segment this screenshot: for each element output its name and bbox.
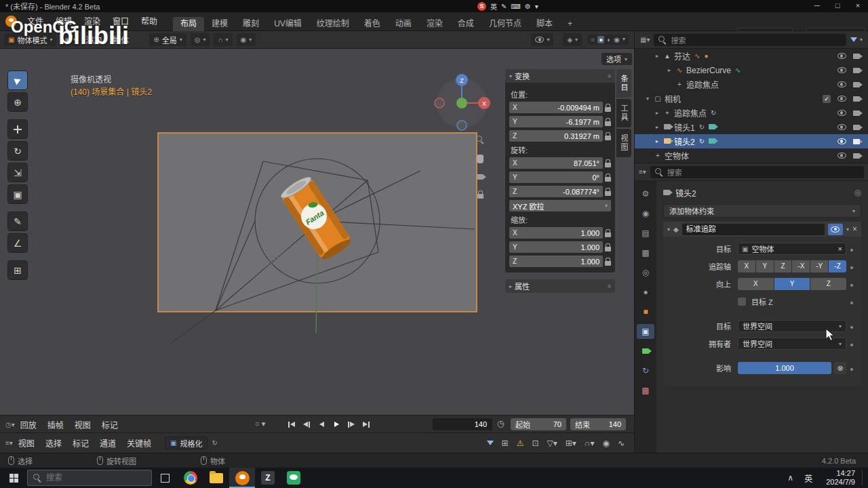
proportional-edit-dropdown[interactable]: ◉ ▾ — [237, 33, 256, 46]
scale-z-field[interactable]: Z1.000 — [509, 256, 603, 267]
clear-influence-button[interactable]: ⊗ — [834, 362, 846, 374]
location-z-field[interactable]: Z0.31927 m — [509, 130, 603, 142]
ime-toolbar[interactable]: S 英 ✎ ⌨ ⚙ ▾ — [477, 1, 538, 12]
eye-icon[interactable] — [837, 67, 846, 73]
eye-icon[interactable] — [837, 138, 846, 144]
menu-render[interactable]: 渲染 — [78, 12, 106, 31]
menu-edit[interactable]: 编辑 — [50, 12, 78, 31]
proportional-icon[interactable]: ◉ — [602, 439, 609, 448]
start-button[interactable] — [0, 468, 27, 488]
workspace-tab-layout[interactable]: 布局 — [173, 17, 204, 31]
dopesheet-menu-view[interactable]: 视图 — [13, 437, 40, 449]
target-object-field[interactable]: ▣ 空物体 × — [738, 243, 846, 255]
tool-select-button[interactable] — [7, 70, 28, 90]
axis-z-button[interactable]: Z — [774, 260, 792, 272]
eye-icon[interactable] — [837, 124, 846, 130]
show-desktop-divider[interactable] — [862, 470, 863, 485]
workspace-tab-shading[interactable]: 着色 — [357, 17, 388, 31]
task-view-button[interactable] — [152, 468, 178, 488]
outliner-row-fanta[interactable]: ▸▲ 芬达 ∿ ● — [635, 49, 868, 63]
ime-more-icon[interactable]: ▾ — [535, 3, 538, 10]
tray-expand-icon[interactable]: ∧ — [787, 473, 793, 483]
properties-editor-icon[interactable]: ≡▾ — [639, 168, 646, 176]
timeline-menu-keying[interactable]: 插帧 — [42, 419, 69, 430]
dopesheet-menu-markers[interactable]: 标记 — [67, 437, 94, 449]
camera-visibility-icon[interactable] — [853, 96, 860, 102]
lock-icon[interactable] — [605, 163, 611, 167]
tool-options-dropdown[interactable]: 选项 ▾ — [601, 53, 632, 65]
shading-material-icon[interactable]: ◐ — [607, 36, 611, 43]
tool-cursor-button[interactable]: ⊕ — [7, 92, 28, 112]
close-button[interactable]: × — [848, 0, 868, 12]
warning-icon[interactable]: ⚠ — [517, 439, 524, 448]
outliner-row-beziercurve[interactable]: ▸∿ BezierCurve ∿ — [635, 63, 868, 77]
taskbar-search[interactable] — [27, 470, 152, 486]
refresh-icon[interactable]: ↻ — [212, 439, 217, 447]
taskbar-explorer[interactable] — [203, 468, 229, 488]
add-constraint-dropdown[interactable]: 添加物体约束 ▾ — [663, 204, 861, 218]
navigation-gizmo[interactable]: Z X — [431, 70, 492, 131]
menu-file[interactable]: 文件 — [21, 12, 50, 31]
ime-pencil-icon[interactable]: ✎ — [501, 3, 507, 10]
transform-panel-header[interactable]: ▾ 变换 ≡ — [505, 69, 615, 83]
maximize-button[interactable]: □ — [827, 0, 848, 12]
taskbar-chrome[interactable] — [178, 468, 203, 488]
filter-dropdown-icon[interactable]: ▽▾ — [547, 439, 557, 448]
animate-dot[interactable] — [850, 368, 853, 371]
outliner-editor-icon[interactable]: ▦▾ — [640, 36, 650, 43]
tab-scene[interactable]: ◎ — [637, 265, 654, 280]
axis-negz-button[interactable]: -Z — [829, 260, 846, 272]
timeline-menu-view[interactable]: 视图 — [69, 419, 96, 430]
axis-negy-button[interactable]: -Y — [810, 260, 828, 272]
taskbar-search-input[interactable] — [46, 473, 127, 483]
ime-lang-indicator[interactable]: 英 — [490, 1, 497, 12]
outliner-row-lens2-selected[interactable]: ▸ 镜头2 ↻ — [635, 134, 868, 148]
filter-funnel-icon[interactable] — [487, 441, 494, 445]
menu-window[interactable]: 窗口 — [106, 12, 135, 31]
up-y-button[interactable]: Y — [774, 278, 810, 290]
lock-icon[interactable] — [605, 136, 611, 140]
lock-icon[interactable] — [605, 121, 611, 126]
workspace-tab-geonodes[interactable]: 几何节点 — [481, 17, 529, 31]
sogou-icon[interactable]: S — [477, 2, 486, 11]
constraint-close-icon[interactable]: × — [852, 224, 857, 234]
play-button[interactable] — [330, 418, 343, 430]
animate-dot[interactable] — [850, 326, 853, 329]
timeline-editor-icon[interactable]: ◷▾ — [5, 421, 15, 428]
constraint-header[interactable]: ▾ ◆ 标准追踪 ▾ × — [663, 222, 861, 237]
jump-to-end-button[interactable] — [359, 418, 373, 430]
tool-annotate-button[interactable]: ✎ — [7, 211, 28, 231]
rotation-mode-dropdown[interactable]: XYZ 欧拉▾ — [509, 200, 611, 211]
shading-rendered-icon[interactable]: ◉ — [614, 36, 620, 43]
lock-icon[interactable] — [605, 191, 611, 196]
animate-dot[interactable] — [850, 344, 853, 346]
snap-grid-icon[interactable]: ⊞▾ — [566, 439, 576, 448]
tab-texture[interactable]: ▩ — [637, 383, 654, 398]
dopesheet-editor-icon[interactable]: ≡▾ — [5, 439, 13, 447]
lock-icon[interactable] — [605, 107, 611, 112]
shading-wireframe-icon[interactable]: ○ — [591, 36, 595, 43]
influence-slider[interactable]: 1.000 — [738, 362, 831, 374]
rotation-y-field[interactable]: Y0° — [509, 171, 603, 183]
tab-tool[interactable]: ⚙ — [637, 186, 654, 201]
tab-output[interactable]: ▤ — [637, 226, 654, 241]
location-x-field[interactable]: X-0.009494 m — [509, 102, 603, 113]
drag-handle-icon[interactable]: ≡ — [608, 73, 611, 79]
tool-measure-button[interactable]: ∠ — [7, 233, 28, 253]
constraint-name-field[interactable]: 标准追踪 — [682, 224, 825, 235]
eye-icon[interactable] — [837, 152, 846, 159]
taskbar-clock[interactable]: 14:27 2024/7/9 — [826, 469, 855, 486]
mode-dropdown[interactable]: ▣ 物体模式 ▾ — [4, 33, 56, 46]
outliner-row-trackfocus-2[interactable]: ▸+ 追踪焦点 ↻ — [635, 106, 868, 120]
zoom-icon[interactable] — [476, 136, 484, 144]
clear-target-icon[interactable]: × — [838, 245, 842, 253]
space-target-dropdown[interactable]: 世界空间 ▾ — [738, 320, 846, 332]
dopesheet-menu-key[interactable]: 关键帧 — [121, 437, 157, 449]
scale-y-field[interactable]: Y1.000 — [509, 241, 603, 253]
space-owner-dropdown[interactable]: 世界空间 ▾ — [738, 338, 846, 350]
play-reverse-button[interactable] — [315, 418, 328, 430]
lock-icon[interactable] — [605, 261, 611, 266]
up-x-button[interactable]: X — [738, 278, 774, 290]
tool-rotate-button[interactable]: ↻ — [7, 141, 28, 161]
tool-add-cube-button[interactable]: ⊞ — [7, 260, 28, 280]
